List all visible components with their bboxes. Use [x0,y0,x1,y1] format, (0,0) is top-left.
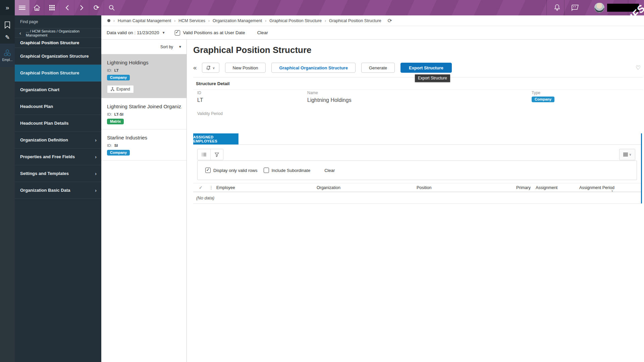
sidebar-back-path: ... / HCM Services / Organization Manage… [26,29,97,37]
breadcrumb-separator: › [113,18,115,23]
topbar-divider [564,0,565,15]
kebab-menu-icon[interactable]: ⋮ [209,185,213,190]
home-button[interactable] [30,0,44,15]
search-button[interactable] [104,0,119,15]
breadcrumb-separator: › [325,18,326,23]
user-avatar[interactable] [594,3,604,13]
filter-button[interactable] [210,149,223,160]
chevron-right-icon: › [95,187,97,193]
collapse-panel-icon[interactable]: « [193,64,197,71]
sidebar-item-graphical-position-structure[interactable]: Graphical Position Structure [15,65,101,81]
breadcrumb-item[interactable]: Graphical Position Structure [329,18,381,23]
bookmark-icon [4,21,10,29]
hamburger-icon [19,5,25,10]
generate-button[interactable]: Generate [361,63,395,73]
type-label: Type [532,90,540,95]
tab-assigned-employees[interactable]: ASSIGNED EMPLOYEES [193,133,238,144]
sort-by-label[interactable]: Sort by [160,45,173,49]
table-toolbar [197,149,223,160]
sidebar-item-graphical-organization-structure[interactable]: Graphical Organization Structure [15,48,101,65]
org-type-badge: Company [107,75,130,80]
feedback-button[interactable] [568,0,582,15]
column-primary[interactable]: Primary [516,185,531,190]
display-only-valid-rows-checkbox[interactable] [205,168,211,173]
search-icon [108,4,115,11]
org-card-title: Lightning Holdings [107,60,182,65]
column-employee[interactable]: Employee [216,185,235,190]
breadcrumb-item[interactable]: Graphical Position Structure [269,18,322,23]
sidebar-item-organization-basic-data[interactable]: Organization Basic Data› [15,182,101,199]
menu-button[interactable] [15,0,30,15]
page-toolbar: « ∨ New Position Graphical Organization … [193,63,452,73]
notifications-button[interactable] [550,0,564,15]
sidebar-item-headcount-plan-details[interactable]: Headcount Plan Details [15,115,101,132]
type-badge: Company [532,97,554,102]
breadcrumb-item[interactable]: Human Capital Management [118,18,171,23]
clear-table-filter-link[interactable]: Clear [324,168,335,173]
org-card-lightning-starline[interactable]: Lightning Starline Joined Organiz... ID:… [101,98,186,129]
table-scrollbar[interactable] [641,133,642,203]
column-position[interactable]: Position [417,185,431,190]
bookmarks-button[interactable] [0,19,15,31]
refresh-icon[interactable]: ⟳ [388,17,392,24]
column-assignment[interactable]: Assignment [536,185,557,190]
breadcrumb-separator: › [174,18,175,23]
sidebar-item-organization-definition[interactable]: Organization Definition› [15,132,101,148]
breadcrumb-root-icon[interactable] [107,19,110,22]
row-density-button[interactable]: ∨ [619,149,635,160]
export-structure-button[interactable]: Export Structure [400,63,452,73]
back-button[interactable] [60,0,74,15]
cubes-icon [3,49,11,57]
column-assignment-period[interactable]: Assignment Period [579,185,614,190]
clear-filter-link[interactable]: Clear [257,30,268,35]
export-structure-tooltip: Export Structure [415,74,450,82]
chevron-right-icon: › [95,154,97,160]
find-page-input[interactable] [20,19,96,24]
graphical-organization-structure-button[interactable]: Graphical Organization Structure [271,63,355,73]
org-card-title: Starline Industries [107,135,182,140]
sidebar-item-settings-and-templates[interactable]: Settings and Templates› [15,165,101,182]
apps-button[interactable] [45,0,59,15]
home-icon [33,4,41,11]
org-card-id: ID:LT-SI [107,112,182,116]
notify-dropdown-button[interactable]: ∨ [202,63,219,73]
chevron-right-icon: › [95,137,97,143]
module-tile-employee[interactable]: Empl... [0,44,15,67]
sort-bar: Sort by ▼ [101,40,186,54]
new-position-button[interactable]: New Position [225,63,266,73]
sidebar-back-row[interactable]: ‹ ... / HCM Services / Organization Mana… [15,28,101,38]
sidebar-item-properties-and-free-fields[interactable]: Properties and Free Fields› [15,148,101,165]
id-label: ID [197,90,201,95]
org-card-lightning-holdings[interactable]: Lightning Holdings ID:LT Company Expand [101,54,186,98]
refresh-button[interactable]: ⟳ [89,0,104,15]
breadcrumb-item[interactable]: Organization Management [213,18,262,23]
name-label: Name [307,90,318,95]
expand-rail-button[interactable]: » [0,0,15,15]
app-window: » ✎ Empl... [0,0,644,362]
expand-button[interactable]: Expand [107,85,134,93]
sidebar-item-headcount-plan[interactable]: Headcount Plan [15,98,101,115]
data-valid-on-dropdown[interactable]: Data valid on : 11/23/2020 [107,30,159,35]
valid-positions-checkbox[interactable] [175,30,180,36]
forward-button[interactable] [74,0,89,15]
breadcrumb-item[interactable]: HCM Services [178,18,205,23]
chevron-down-icon[interactable]: ▼ [178,45,182,49]
hierarchy-icon [111,87,114,91]
no-data-row: (No data) [193,192,641,204]
favorite-heart-icon[interactable]: ♡ [636,64,641,71]
table-header: ✓ ⋮ Employee Organization Position Prima… [193,183,641,192]
table-filter-box: Display only valid rows Include Subordin… [197,161,637,180]
sidebar-item-organization-chart[interactable]: Organization Chart [15,81,101,98]
column-organization[interactable]: Organization [317,185,340,190]
validity-period-label: Validity Period [197,111,223,116]
select-all-check-icon[interactable]: ✓ [199,185,203,190]
include-subordinate-checkbox[interactable] [264,168,269,173]
double-chevron-right-icon: » [6,4,9,11]
chevron-down-icon[interactable]: ▼ [162,31,165,35]
org-card-starline-industries[interactable]: Starline Industries ID:SI Company [101,129,186,161]
topbar-divider [546,0,547,15]
list-view-button[interactable] [198,149,210,160]
edit-button[interactable]: ✎ [0,32,15,43]
bell-icon [554,4,560,11]
include-subordinate-label: Include Subordinate [272,168,311,173]
